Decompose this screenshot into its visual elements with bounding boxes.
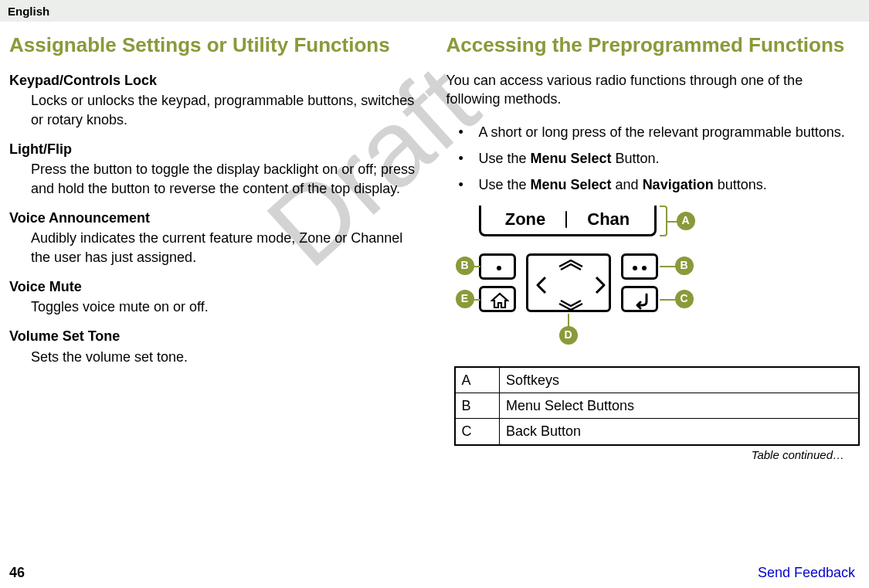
label-d: D xyxy=(559,326,578,345)
key-table: A Softkeys B Menu Select Buttons C Back … xyxy=(454,366,860,446)
diagram-screen: Zone Chan xyxy=(479,206,657,236)
left-heading: Assignable Settings or Utility Functions xyxy=(9,33,423,57)
term-volume-set-tone: Volume Set Tone xyxy=(9,327,423,345)
header-lang: English xyxy=(8,5,49,18)
diagram-back-button xyxy=(621,286,658,312)
bullet-2-post: Button. xyxy=(612,151,660,166)
right-intro: You can access various radio functions t… xyxy=(446,71,861,109)
val-cell: Menu Select Buttons xyxy=(500,393,859,418)
desc-voice-mute: Toggles voice mute on or off. xyxy=(31,297,423,316)
term-voice-mute: Voice Mute xyxy=(9,277,423,296)
desc-voice-announcement: Audibly indicates the current feature mo… xyxy=(31,229,423,267)
diagram-menu-select-right xyxy=(621,253,658,280)
diagram-home-button xyxy=(479,286,516,312)
lead-b-right xyxy=(660,266,677,267)
screen-chan: Chan xyxy=(587,208,630,231)
home-icon xyxy=(491,292,509,309)
table-row: B Menu Select Buttons xyxy=(455,393,859,418)
val-cell: Softkeys xyxy=(500,367,859,393)
left-column: Assignable Settings or Utility Functions… xyxy=(9,33,423,463)
screen-zone: Zone xyxy=(505,208,546,231)
bullet-3: Use the Menu Select and Navigation butto… xyxy=(453,175,861,194)
bullet-2-bold: Menu Select xyxy=(531,151,612,166)
bracket-a xyxy=(660,206,667,236)
bullet-3-bold2: Navigation xyxy=(643,177,714,192)
bullet-2: Use the Menu Select Button. xyxy=(453,149,861,168)
bullet-3-mid: and xyxy=(612,177,643,192)
send-feedback-link[interactable]: Send Feedback xyxy=(758,563,855,582)
right-heading: Accessing the Preprogrammed Functions xyxy=(446,33,861,57)
table-row: A Softkeys xyxy=(455,367,859,393)
right-column: Accessing the Preprogrammed Functions Yo… xyxy=(446,33,861,463)
bullet-3-post: buttons. xyxy=(714,177,767,192)
page-number: 46 xyxy=(9,563,25,582)
header-bar: English xyxy=(0,0,869,22)
label-b-right: B xyxy=(675,257,694,275)
nav-pad-icon xyxy=(528,256,613,314)
bullet-3-pre: Use the xyxy=(479,177,531,192)
table-row: C Back Button xyxy=(455,419,859,445)
key-cell: B xyxy=(455,393,500,418)
footer: 46 Send Feedback xyxy=(9,563,855,582)
lead-d xyxy=(568,314,569,328)
page-content: Assignable Settings or Utility Functions… xyxy=(0,22,869,463)
label-c: C xyxy=(675,290,694,308)
key-cell: A xyxy=(455,367,500,393)
bullet-3-bold1: Menu Select xyxy=(531,177,612,192)
definition-list: Keypad/Controls Lock Locks or unlocks th… xyxy=(9,71,423,366)
table-continued: Table continued… xyxy=(446,447,845,463)
method-list: A short or long press of the relevant pr… xyxy=(453,123,861,195)
bullet-1: A short or long press of the relevant pr… xyxy=(453,123,861,141)
lead-a xyxy=(667,221,677,223)
keypad-diagram: Zone Chan xyxy=(460,202,708,354)
key-cell: C xyxy=(455,419,500,445)
desc-keypad-lock: Locks or unlocks the keypad, programmabl… xyxy=(31,91,423,129)
lead-c xyxy=(660,299,677,301)
screen-divider xyxy=(565,211,567,228)
desc-light-flip: Press the button to toggle the display b… xyxy=(31,160,423,198)
bullet-2-pre: Use the xyxy=(479,151,531,166)
val-cell: Back Button xyxy=(500,419,859,445)
desc-volume-set-tone: Sets the volume set tone. xyxy=(31,348,423,366)
term-keypad-lock: Keypad/Controls Lock xyxy=(9,71,423,90)
diagram-menu-select-left xyxy=(479,253,516,280)
term-voice-announcement: Voice Announcement xyxy=(9,209,423,227)
label-a: A xyxy=(677,212,695,230)
diagram-nav-pad xyxy=(526,253,611,312)
term-light-flip: Light/Flip xyxy=(9,140,423,158)
bullet-1-text: A short or long press of the relevant pr… xyxy=(479,124,845,140)
label-b-left: B xyxy=(456,257,474,275)
back-arrow-icon xyxy=(631,291,653,311)
label-e: E xyxy=(456,290,474,308)
